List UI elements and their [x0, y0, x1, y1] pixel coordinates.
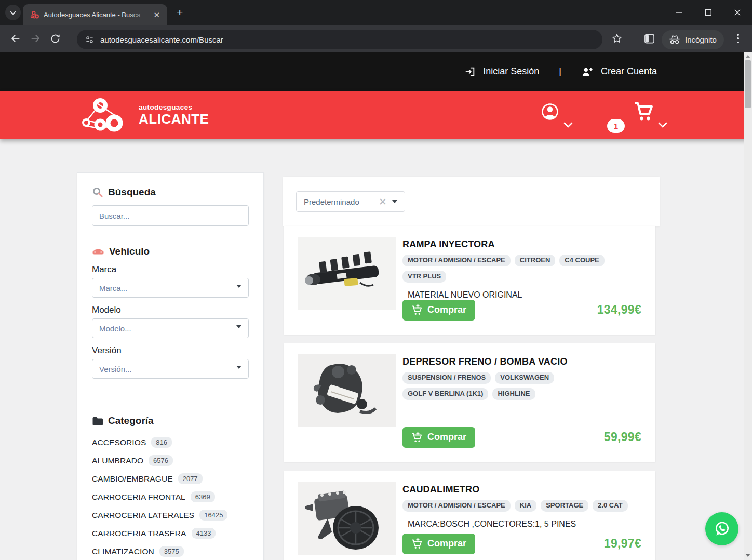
browser-menu-button[interactable]	[734, 33, 742, 44]
category-item[interactable]: CARROCERIA FRONTAL 6369	[92, 488, 249, 506]
chevron-down-icon	[563, 122, 573, 128]
product-title[interactable]: DEPRESOR FRENO / BOMBA VACIO	[402, 356, 641, 367]
maximize-icon	[705, 9, 711, 16]
marca-select[interactable]: Marca...	[92, 278, 249, 298]
side-panel-button[interactable]	[642, 31, 656, 46]
window-controls	[665, 0, 752, 25]
folder-icon	[92, 416, 103, 426]
vehicle-section-title: Vehículo	[92, 246, 249, 257]
product-image[interactable]	[298, 482, 396, 555]
forward-icon	[30, 33, 41, 44]
product-tag[interactable]: SPORTAGE	[541, 500, 588, 512]
product-tag[interactable]: CITROEN	[515, 255, 556, 266]
category-item[interactable]: ALUMBRADO 6576	[92, 451, 249, 470]
product-card[interactable]: CAUDALIMETRO MOTOR / ADMISION / ESCAPEKI…	[284, 471, 655, 560]
tab-title: Autodesguaces Alicante - Busca	[44, 11, 146, 19]
category-section: Categoría ACCESORIOS 816 ALUMBRADO 6576 …	[92, 415, 249, 560]
product-body: RAMPA INYECTORA MOTOR / ADMISION / ESCAP…	[402, 237, 641, 321]
product-tag[interactable]: MOTOR / ADMISION / ESCAPE	[402, 500, 511, 512]
category-count-badge: 816	[151, 437, 172, 448]
car-icon	[92, 246, 104, 257]
product-tag[interactable]: SUSPENSION / FRENOS	[402, 372, 491, 384]
cart-menu-button[interactable]	[632, 100, 667, 128]
site-logo[interactable]: autodesguaces ALICANTE	[80, 98, 209, 132]
window-minimize-button[interactable]	[665, 0, 694, 25]
category-name: CLIMATIZACION	[92, 547, 154, 556]
buy-row: Comprar 19,97€	[402, 534, 641, 554]
incognito-badge[interactable]: Incógnito	[662, 30, 724, 49]
product-price: 59,99€	[604, 430, 641, 444]
cart-plus-icon	[411, 538, 423, 550]
bookmark-button[interactable]	[610, 31, 624, 46]
url-bar[interactable]: autodesguacesalicante.com/Buscar	[77, 30, 602, 49]
reload-button[interactable]	[49, 32, 61, 45]
product-tag[interactable]: MOTOR / ADMISION / ESCAPE	[402, 255, 511, 266]
scroll-up-icon[interactable]	[745, 55, 750, 58]
topbar-divider: |	[559, 66, 561, 77]
product-image[interactable]	[298, 354, 396, 427]
product-tag[interactable]: VOLKSWAGEN	[495, 372, 554, 384]
air-flow-meter-image	[298, 482, 396, 555]
incognito-icon	[669, 35, 680, 44]
product-card[interactable]: DEPRESOR FRENO / BOMBA VACIO SUSPENSION …	[284, 343, 655, 462]
tab-close-icon[interactable]: ✕	[151, 10, 162, 20]
chevron-down-icon	[236, 366, 241, 369]
category-item[interactable]: ACCESORIOS 816	[92, 433, 249, 451]
buy-button-label: Comprar	[427, 432, 466, 443]
sort-selected-value: Predeterminado	[304, 197, 373, 206]
back-icon	[10, 33, 21, 44]
page-scrollbar[interactable]	[744, 52, 752, 560]
tab-title-fade	[129, 11, 146, 19]
search-input[interactable]	[92, 205, 249, 226]
buy-button[interactable]: Comprar	[402, 534, 475, 554]
product-tag[interactable]: HIGHLINE	[492, 388, 535, 400]
product-tag[interactable]: VTR PLUS	[402, 271, 446, 283]
version-select[interactable]: Versión...	[92, 359, 249, 379]
modelo-select[interactable]: Modelo...	[92, 318, 249, 338]
sort-card: Predeterminado ✕	[283, 177, 660, 226]
tab-strip: Autodesguaces Alicante - Busca ✕ +	[0, 0, 752, 25]
tab-search-button[interactable]	[5, 5, 21, 20]
product-price: 19,97€	[604, 537, 641, 551]
product-card[interactable]: RAMPA INYECTORA MOTOR / ADMISION / ESCAP…	[284, 226, 655, 335]
category-item[interactable]: CLIMATIZACION 3575	[92, 542, 249, 560]
category-name: CAMBIO/EMBRAGUE	[92, 474, 173, 484]
sort-dropdown[interactable]: Predeterminado ✕	[296, 191, 405, 212]
buy-button[interactable]: Comprar	[402, 300, 475, 321]
forward-button[interactable]	[29, 32, 42, 45]
search-section-title: Búsqueda	[92, 186, 249, 198]
scrollbar-thumb[interactable]	[745, 60, 751, 108]
buy-button[interactable]: Comprar	[402, 427, 475, 448]
category-item[interactable]: CAMBIO/EMBRAGUE 2077	[92, 470, 249, 488]
product-title[interactable]: RAMPA INYECTORA	[402, 239, 641, 250]
new-tab-button[interactable]: +	[177, 6, 183, 19]
window-close-button[interactable]	[723, 0, 752, 25]
category-name: ACCESORIOS	[92, 438, 146, 447]
category-name: CARROCERIA TRASERA	[92, 529, 186, 538]
window-maximize-button[interactable]	[694, 0, 723, 25]
chevron-down-icon	[236, 325, 241, 328]
whatsapp-button[interactable]	[705, 512, 738, 545]
product-tag[interactable]: GOLF V BERLINA (1K1)	[402, 388, 488, 400]
product-tag[interactable]: C4 COUPE	[559, 255, 604, 266]
pulley-logo-icon	[80, 98, 132, 132]
sidebar-divider	[92, 399, 249, 399]
product-image[interactable]	[298, 237, 396, 310]
back-button[interactable]	[9, 32, 22, 45]
login-link[interactable]: Iniciar Sesión	[464, 66, 539, 77]
chevron-down-icon	[236, 285, 241, 288]
category-count-badge: 16425	[199, 510, 227, 521]
vehicle-section: Vehículo Marca Marca... Modelo Modelo...…	[92, 246, 249, 379]
product-tag[interactable]: KIA	[515, 500, 536, 512]
category-item[interactable]: CARROCERIA TRASERA 4133	[92, 524, 249, 542]
scroll-down-icon[interactable]	[745, 554, 750, 557]
product-title[interactable]: CAUDALIMETRO	[402, 484, 641, 495]
product-tag[interactable]: 2.0 CAT	[593, 500, 627, 512]
clear-sort-icon[interactable]: ✕	[379, 197, 387, 207]
product-description: MATERIAL NUEVO ORIGINAL	[402, 290, 641, 300]
category-item[interactable]: CARROCERIA LATERALES 16425	[92, 506, 249, 524]
account-menu-button[interactable]	[539, 100, 573, 128]
site-settings-icon	[85, 35, 94, 44]
register-link[interactable]: Crear Cuenta	[581, 66, 657, 77]
browser-tab[interactable]: Autodesguaces Alicante - Busca ✕	[23, 4, 167, 25]
